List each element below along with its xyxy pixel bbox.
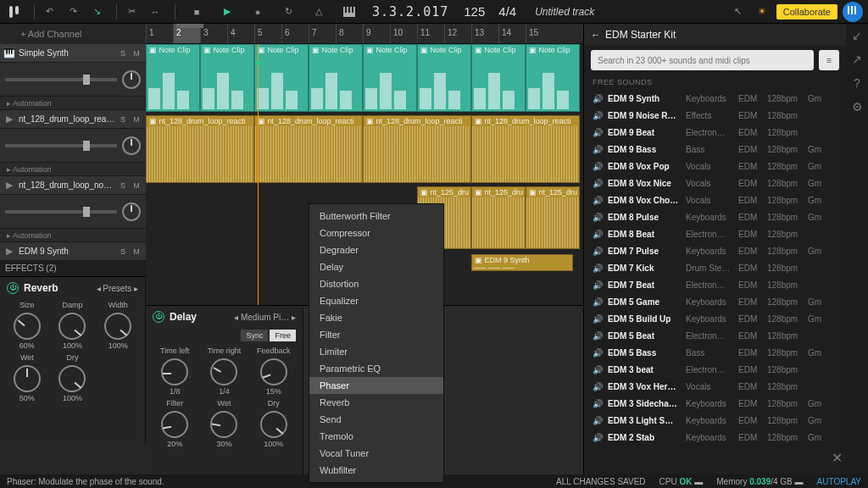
playhead[interactable]: [258, 44, 259, 305]
play-button[interactable]: ▶: [218, 3, 236, 21]
mute-button[interactable]: M: [131, 246, 142, 258]
sound-row[interactable]: 🔊 EDM 8 Vox Nice Vocals EDM 128bpm Gm: [584, 175, 846, 191]
solo-button[interactable]: S: [117, 246, 129, 258]
metronome-icon[interactable]: △: [309, 3, 328, 21]
pan-knob[interactable]: [122, 202, 141, 221]
help-icon[interactable]: ?: [854, 76, 860, 90]
knob-dry[interactable]: Dry 100%: [53, 353, 93, 402]
clip[interactable]: ▣ Note Clip: [146, 44, 200, 112]
free-button[interactable]: Free: [270, 330, 296, 341]
power-icon[interactable]: ⏻: [153, 311, 164, 323]
loop-marker[interactable]: [176, 24, 203, 28]
clip[interactable]: ▣ nt_128_drum_loop_reacti: [471, 115, 580, 183]
clip[interactable]: ▣ nt_128_drum_loop_reacti: [146, 115, 254, 183]
bar-marker[interactable]: 5: [254, 24, 281, 43]
knob-feedback[interactable]: Feedback 15%: [252, 347, 296, 396]
menu-item-delay[interactable]: Delay: [309, 258, 443, 275]
clip[interactable]: ▣ Note Clip: [417, 44, 471, 112]
sync-button[interactable]: Sync: [241, 330, 268, 341]
stop-button[interactable]: ■: [187, 3, 206, 21]
menu-item-send[interactable]: Send: [309, 411, 443, 428]
knob-size[interactable]: Size 60%: [7, 301, 47, 350]
track-title[interactable]: Untitled track: [535, 6, 729, 18]
back-icon[interactable]: ←: [591, 30, 600, 40]
clip[interactable]: ▣ Note Clip: [363, 44, 417, 112]
clip[interactable]: ▣ nt_125_dru: [471, 186, 526, 249]
bar-marker[interactable]: 1: [146, 24, 173, 43]
sound-row[interactable]: 🔊 EDM 3 beat Electron… EDM 128bpm: [584, 361, 846, 378]
timecode-display[interactable]: 3.3.2.017: [372, 4, 448, 19]
volume-slider[interactable]: [5, 144, 117, 147]
sound-row[interactable]: 🔊 EDM 5 Build Up Keyboards EDM 128bpm Gm: [584, 310, 846, 327]
menu-item-filter[interactable]: Filter: [309, 326, 443, 343]
clip[interactable]: ▣ nt_125_dru: [526, 186, 580, 249]
tempo-display[interactable]: 125: [464, 4, 485, 19]
sound-row[interactable]: 🔊 EDM 8 Beat Electron… EDM 128bpm: [584, 225, 846, 242]
piano-icon[interactable]: [340, 3, 359, 21]
sound-row[interactable]: 🔊 EDM 2 Stab Keyboards EDM 128bpm Gm: [584, 429, 846, 446]
sound-row[interactable]: 🔊 EDM 9 Synth Keyboards EDM 128bpm Gm: [584, 90, 846, 107]
mute-button[interactable]: M: [131, 180, 142, 191]
bar-marker[interactable]: 4: [227, 24, 254, 43]
clip[interactable]: ▣ Note Clip: [309, 44, 363, 112]
pointer-tool-icon[interactable]: ↘: [87, 3, 106, 21]
bar-marker[interactable]: 15: [526, 24, 553, 43]
star-icon[interactable]: ☀: [753, 3, 771, 21]
sound-row[interactable]: 🔊 EDM 8 Vox Pop Vocals EDM 128bpm Gm: [584, 158, 846, 175]
sound-row[interactable]: 🔊 EDM 5 Bass Bass EDM 128bpm Gm: [584, 344, 846, 361]
redo-icon[interactable]: ↷: [64, 3, 82, 21]
pan-knob[interactable]: [122, 70, 141, 89]
pan-knob[interactable]: [122, 136, 141, 155]
sound-row[interactable]: 🔊 EDM 9 Beat Electron… EDM 128bpm: [584, 124, 846, 141]
search-input[interactable]: [591, 50, 814, 70]
record-button[interactable]: ●: [248, 3, 267, 21]
clip[interactable]: ▣ Note Clip: [471, 44, 526, 112]
add-channel-button[interactable]: + Add Channel: [0, 24, 146, 44]
menu-item-fakie[interactable]: Fakie: [309, 309, 443, 326]
sound-row[interactable]: 🔊 EDM 9 Bass Bass EDM 128bpm Gm: [584, 141, 846, 158]
solo-button[interactable]: S: [117, 180, 129, 191]
bar-marker[interactable]: 7: [309, 24, 336, 43]
filter-icon[interactable]: ≡: [819, 50, 839, 70]
bar-marker[interactable]: 9: [363, 24, 390, 43]
undo-icon[interactable]: ↶: [40, 3, 58, 21]
sound-row[interactable]: 🔊 EDM 7 Kick Drum Ste… EDM 128bpm: [584, 259, 846, 276]
bar-marker[interactable]: 6: [281, 24, 309, 43]
sound-row[interactable]: 🔊 EDM 3 Vox Her… Vocals EDM 128bpm: [584, 378, 846, 395]
volume-slider[interactable]: [5, 78, 117, 81]
clip[interactable]: ▣ EDM 9 Synth: [471, 254, 573, 271]
knob-wet[interactable]: Wet 50%: [7, 353, 47, 402]
track-header[interactable]: ▶ nt_128_drum_loop_nowhe… S M: [0, 176, 146, 195]
knob-width[interactable]: Width 100%: [97, 301, 138, 350]
bar-marker[interactable]: 12: [444, 24, 471, 43]
knob-dry[interactable]: Dry 100%: [252, 399, 296, 448]
settings-icon[interactable]: ⚙: [852, 100, 863, 114]
bar-marker[interactable]: 8: [336, 24, 363, 43]
menu-item-vocal-tuner[interactable]: Vocal Tuner: [309, 445, 443, 462]
bar-marker[interactable]: 3: [200, 24, 227, 43]
menu-item-wubfilter[interactable]: Wubfilter: [309, 462, 443, 479]
timesig-display[interactable]: 4/4: [498, 4, 516, 19]
menu-item-phaser[interactable]: Phaser: [309, 377, 443, 394]
menu-item-degrader[interactable]: Degrader: [309, 241, 443, 258]
menu-item-parametric-eq[interactable]: Parametric EQ: [309, 360, 443, 377]
close-panel-icon[interactable]: ✕: [832, 450, 843, 466]
sound-row[interactable]: 🔊 EDM 5 Game Keyboards EDM 128bpm Gm: [584, 293, 846, 310]
sound-row[interactable]: 🔊 EDM 3 Sidecha… Keyboards EDM 128bpm Gm: [584, 395, 846, 412]
solo-button[interactable]: S: [117, 114, 129, 125]
menu-item-limiter[interactable]: Limiter: [309, 343, 443, 360]
knob-time-left[interactable]: Time left 1/8: [153, 347, 197, 396]
sound-row[interactable]: 🔊 EDM 8 Vox Cho… Vocals EDM 128bpm Gm: [584, 191, 846, 208]
clip[interactable]: ▣ Note Clip: [200, 44, 254, 112]
app-logo-icon[interactable]: [843, 2, 863, 22]
library-icon[interactable]: ↙: [852, 29, 862, 42]
sound-row[interactable]: 🔊 EDM 7 Pulse Keyboards EDM 128bpm Gm: [584, 242, 846, 259]
logo-icon[interactable]: [5, 3, 24, 21]
menu-item-butterworth-filter[interactable]: Butterworth Filter: [309, 208, 443, 225]
bar-marker[interactable]: 13: [471, 24, 498, 43]
stretch-tool-icon[interactable]: ↔: [146, 3, 164, 21]
timeline-ruler[interactable]: 123456789101112131415: [146, 24, 583, 44]
clip[interactable]: ▣ Note Clip: [526, 44, 580, 112]
mute-button[interactable]: M: [131, 114, 142, 125]
knob-filter[interactable]: Filter 20%: [153, 399, 197, 448]
